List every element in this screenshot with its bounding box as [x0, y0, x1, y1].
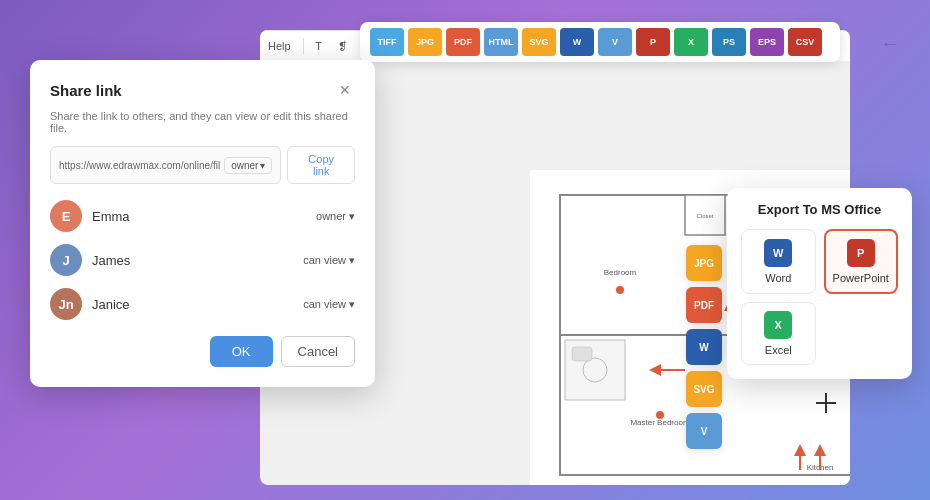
- chevron-icon: ▾: [260, 160, 265, 171]
- svg-text:Bedroom: Bedroom: [604, 268, 637, 277]
- user-avatar: E: [50, 200, 82, 232]
- format-btn-v[interactable]: V: [598, 28, 632, 56]
- export-item-excel[interactable]: XExcel: [741, 302, 816, 365]
- link-input[interactable]: https://www.edrawmax.com/online/fil owne…: [50, 146, 281, 184]
- user-avatar: Jn: [50, 288, 82, 320]
- chevron-icon: ▾: [349, 210, 355, 223]
- dialog-footer: OK Cancel: [50, 336, 355, 367]
- export-panel-title: Export To MS Office: [741, 202, 898, 217]
- link-row: https://www.edrawmax.com/online/fil owne…: [50, 146, 355, 184]
- export-item-word[interactable]: WWord: [741, 229, 816, 294]
- copy-link-button[interactable]: Copy link: [287, 146, 355, 184]
- format-toolbar: TIFFJPGPDFHTMLSVGWVPXPSEPSCSV: [360, 22, 840, 62]
- export-panel: Export To MS Office WWordPPowerPointXExc…: [727, 188, 912, 379]
- format-btn-eps[interactable]: EPS: [750, 28, 784, 56]
- side-export-pdf[interactable]: PDF: [686, 287, 722, 323]
- link-url: https://www.edrawmax.com/online/fil: [59, 160, 220, 171]
- format-tool[interactable]: ❡: [332, 35, 354, 57]
- dialog-title: Share link: [50, 82, 122, 99]
- arrow-hint-icon: ←: [880, 32, 900, 55]
- help-label: Help: [268, 40, 291, 52]
- ok-button[interactable]: OK: [210, 336, 273, 367]
- chevron-icon: ▾: [349, 254, 355, 267]
- dialog-header: Share link ✕: [50, 80, 355, 100]
- export-label-excel: Excel: [765, 344, 792, 356]
- format-btn-tiff[interactable]: TIFF: [370, 28, 404, 56]
- format-btn-html[interactable]: HTML: [484, 28, 518, 56]
- svg-text:Closet: Closet: [696, 213, 713, 219]
- user-list: EEmmaowner ▾JJamescan view ▾JnJanicecan …: [50, 200, 355, 320]
- format-btn-w[interactable]: W: [560, 28, 594, 56]
- format-btn-pdf[interactable]: PDF: [446, 28, 480, 56]
- dialog-subtitle: Share the link to others, and they can v…: [50, 110, 355, 134]
- user-row: JJamescan view ▾: [50, 244, 355, 276]
- cancel-button[interactable]: Cancel: [281, 336, 355, 367]
- export-grid: WWordPPowerPointXExcel: [741, 229, 898, 365]
- user-row: EEmmaowner ▾: [50, 200, 355, 232]
- export-label-powerpoint: PowerPoint: [833, 272, 889, 284]
- side-export-v[interactable]: V: [686, 413, 722, 449]
- svg-point-20: [616, 286, 624, 294]
- export-icon-powerpoint: P: [847, 239, 875, 267]
- svg-point-22: [656, 411, 664, 419]
- user-row: JnJanicecan view ▾: [50, 288, 355, 320]
- format-btn-csv[interactable]: CSV: [788, 28, 822, 56]
- export-icon-excel: X: [764, 311, 792, 339]
- svg-rect-19: [572, 347, 592, 361]
- chevron-icon: ▾: [349, 298, 355, 311]
- format-btn-jpg[interactable]: JPG: [408, 28, 442, 56]
- export-label-word: Word: [765, 272, 791, 284]
- format-btn-p[interactable]: P: [636, 28, 670, 56]
- side-export-jpg[interactable]: JPG: [686, 245, 722, 281]
- format-btn-svg[interactable]: SVG: [522, 28, 556, 56]
- export-icon-word: W: [764, 239, 792, 267]
- text-tool[interactable]: T: [308, 35, 330, 57]
- close-button[interactable]: ✕: [335, 80, 355, 100]
- owner-badge[interactable]: owner ▾: [224, 157, 272, 174]
- export-item-powerpoint[interactable]: PPowerPoint: [824, 229, 899, 294]
- share-dialog: Share link ✕ Share the link to others, a…: [30, 60, 375, 387]
- export-side-items: JPGPDFWSVGV: [686, 245, 722, 449]
- user-avatar: J: [50, 244, 82, 276]
- permission-badge[interactable]: can view ▾: [303, 298, 355, 311]
- svg-text:Master Bedroom: Master Bedroom: [630, 418, 689, 427]
- toolbar-divider: [303, 38, 304, 54]
- permission-badge[interactable]: owner ▾: [316, 210, 355, 223]
- side-export-svg[interactable]: SVG: [686, 371, 722, 407]
- format-btn-ps[interactable]: PS: [712, 28, 746, 56]
- user-name: Janice: [92, 297, 293, 312]
- user-name: James: [92, 253, 293, 268]
- format-btn-x[interactable]: X: [674, 28, 708, 56]
- side-export-w[interactable]: W: [686, 329, 722, 365]
- user-name: Emma: [92, 209, 306, 224]
- permission-badge[interactable]: can view ▾: [303, 254, 355, 267]
